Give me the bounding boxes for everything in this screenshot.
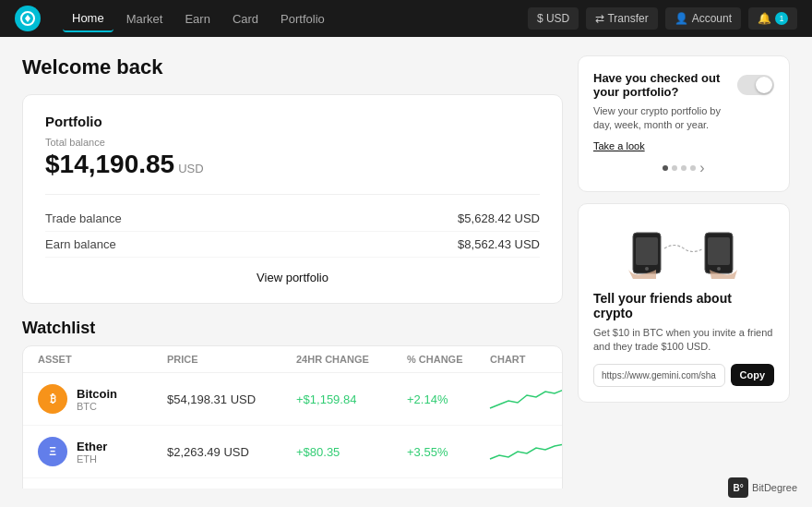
usd-label: $ USD <box>537 12 569 25</box>
eth-name: Ether <box>77 440 107 453</box>
nav-right: $ USD ⇄ Transfer 👤 Account 🔔 1 <box>528 7 797 30</box>
right-column: Have you checked out your portfolio? Vie… <box>578 55 790 489</box>
eth-ticker: ETH <box>77 453 107 465</box>
eth-price: $2,263.49 USD <box>167 445 296 459</box>
balance-rows: Trade balance $5,628.42 USD Earn balance… <box>45 194 540 258</box>
dot-1 <box>663 165 668 171</box>
promo-text: View your crypto portfolio by day, week,… <box>593 104 730 133</box>
btc-change: +$1,159.84 <box>296 392 407 406</box>
nav-home[interactable]: Home <box>63 6 113 32</box>
balance-sublabel: Total balance <box>45 137 540 148</box>
eth-info: Ether ETH <box>77 440 107 465</box>
nav-market[interactable]: Market <box>117 6 173 31</box>
promo-toggle-area <box>737 75 774 95</box>
account-button[interactable]: 👤 Account <box>665 7 741 30</box>
eth-chart <box>490 435 563 468</box>
friends-text: Get $10 in BTC when you invite a friend … <box>593 326 774 355</box>
watchlist-section: Watchlist Asset Price 24hr change % Chan… <box>22 319 563 489</box>
col-chart: Chart <box>490 354 563 365</box>
eth-asset-cell: Ξ Ether ETH <box>38 437 167 466</box>
portfolio-label: Portfolio <box>45 114 540 129</box>
bitdegree-badge: B° BitDegree <box>728 477 797 498</box>
col-change: 24hr change <box>296 354 407 365</box>
friends-illustration <box>593 219 774 282</box>
usd-button[interactable]: $ USD <box>528 7 579 30</box>
nav-links: Home Market Earn Card Portfolio <box>63 6 506 32</box>
navbar: Home Market Earn Card Portfolio $ USD ⇄ … <box>0 0 812 37</box>
btc-price: $54,198.31 USD <box>167 392 296 406</box>
page-title: Welcome back <box>22 55 563 79</box>
promo-card: Have you checked out your portfolio? Vie… <box>578 55 790 192</box>
table-row: Ξ Ether ETH $2,263.49 USD +$80.35 +3.55% <box>23 426 562 478</box>
friends-card: Tell your friends about crypto Get $10 i… <box>578 203 790 403</box>
view-portfolio-link[interactable]: View portfolio <box>45 271 540 284</box>
phones-illustration <box>624 219 744 279</box>
account-label: Account <box>692 12 732 25</box>
promo-next-button[interactable]: › <box>699 160 704 176</box>
bch-chart <box>490 488 563 489</box>
dot-2 <box>672 165 677 171</box>
eth-change: +$80.35 <box>296 445 407 459</box>
svg-point-6 <box>717 267 721 271</box>
transfer-button[interactable]: ⇄ Transfer <box>586 7 657 30</box>
trade-amount: $5,628.42 USD <box>458 211 540 225</box>
notification-button[interactable]: 🔔 1 <box>748 7 797 30</box>
main-content: Welcome back Portfolio Total balance $14… <box>0 37 812 507</box>
logo-icon[interactable] <box>15 6 41 31</box>
promo-title: Have you checked out your portfolio? <box>593 71 730 99</box>
table-header: Asset Price 24hr change % Change Chart <box>23 346 562 373</box>
notification-badge: 1 <box>775 12 788 25</box>
friends-title: Tell your friends about crypto <box>593 291 774 320</box>
earn-amount: $8,562.43 USD <box>458 237 540 251</box>
col-asset: Asset <box>38 354 167 365</box>
btc-asset-cell: ₿ Bitcoin BTC <box>38 384 167 414</box>
watchlist-table: Asset Price 24hr change % Change Chart ₿… <box>22 345 563 489</box>
trade-label: Trade balance <box>45 211 122 225</box>
earn-balance-row: Earn balance $8,562.43 USD <box>45 232 540 258</box>
btc-pct: +2.14% <box>407 392 490 406</box>
btc-info: Bitcoin BTC <box>77 387 117 412</box>
toggle-switch[interactable] <box>737 75 774 95</box>
portfolio-card: Portfolio Total balance $14,190.85USD Tr… <box>22 94 563 304</box>
bitdegree-icon: B° <box>728 477 748 498</box>
nav-card[interactable]: Card <box>223 6 268 31</box>
promo-link[interactable]: Take a look <box>593 140 645 151</box>
nav-earn[interactable]: Earn <box>175 6 219 31</box>
table-row: ₿ Bitcoin BTC $54,198.31 USD +$1,159.84 … <box>23 373 562 426</box>
toggle-knob <box>756 77 772 93</box>
dot-3 <box>681 165 687 171</box>
btc-name: Bitcoin <box>77 387 117 401</box>
account-icon: 👤 <box>675 12 688 25</box>
svg-rect-5 <box>708 237 730 265</box>
svg-rect-2 <box>636 237 658 265</box>
svg-point-3 <box>645 267 649 271</box>
referral-row: Copy <box>593 364 774 387</box>
referral-input[interactable] <box>593 364 725 387</box>
btc-ticker: BTC <box>77 401 117 412</box>
left-column: Welcome back Portfolio Total balance $14… <box>22 55 563 489</box>
bitdegree-label: BitDegree <box>752 482 797 493</box>
watchlist-title: Watchlist <box>22 319 563 338</box>
col-price: Price <box>167 354 296 365</box>
dot-4 <box>690 165 696 171</box>
trade-balance-row: Trade balance $5,628.42 USD <box>45 206 540 232</box>
earn-label: Earn balance <box>45 237 116 251</box>
transfer-label: ⇄ Transfer <box>595 12 648 25</box>
btc-icon: ₿ <box>38 384 67 414</box>
table-row: ₿ Bitcoin Cash BCH $332.65 USD -$10.21 -… <box>23 478 562 489</box>
copy-button[interactable]: Copy <box>731 364 775 386</box>
total-balance: $14,190.85USD <box>45 150 540 179</box>
col-pct: % Change <box>407 354 490 365</box>
btc-chart <box>490 382 563 416</box>
eth-icon: Ξ <box>38 437 67 466</box>
promo-dots: › <box>593 160 774 176</box>
bell-icon: 🔔 <box>758 12 771 25</box>
nav-portfolio[interactable]: Portfolio <box>271 6 334 31</box>
eth-pct: +3.55% <box>407 445 490 459</box>
